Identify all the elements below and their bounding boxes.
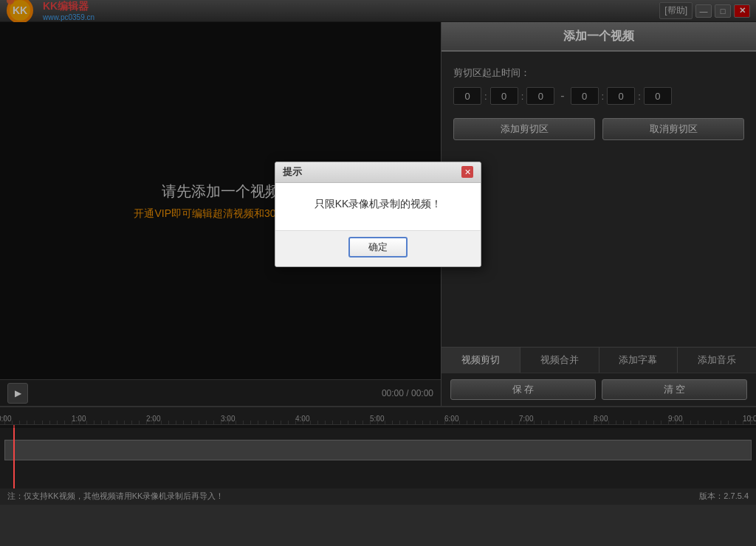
status-bar: 注：仅支持KK视频，其他视频请用KK录像机录制后再导入！ 版本：2.7.5.4: [0, 487, 756, 505]
status-text: 注：仅支持KK视频，其他视频请用KK录像机录制后再导入！: [7, 491, 224, 502]
dialog-title: 提示: [283, 165, 302, 179]
dialog-footer: 确定: [275, 230, 481, 266]
track-bar: [4, 440, 752, 460]
dialog-ok-button[interactable]: 确定: [348, 237, 408, 258]
timeline-tracks[interactable]: [0, 425, 756, 488]
dialog-body: 只限KK录像机录制的视频！: [275, 183, 481, 230]
dialog-overlay: 提示 ✕ 只限KK录像机录制的视频！ 确定: [0, 0, 756, 428]
dialog-titlebar: 提示 ✕: [275, 162, 481, 183]
dialog: 提示 ✕ 只限KK录像机录制的视频！ 确定: [275, 162, 481, 267]
version-text: 版本：2.7.5.4: [699, 491, 749, 502]
dialog-close-button[interactable]: ✕: [461, 166, 473, 178]
dialog-message: 只限KK录像机录制的视频！: [290, 198, 466, 211]
playhead: [13, 425, 15, 488]
